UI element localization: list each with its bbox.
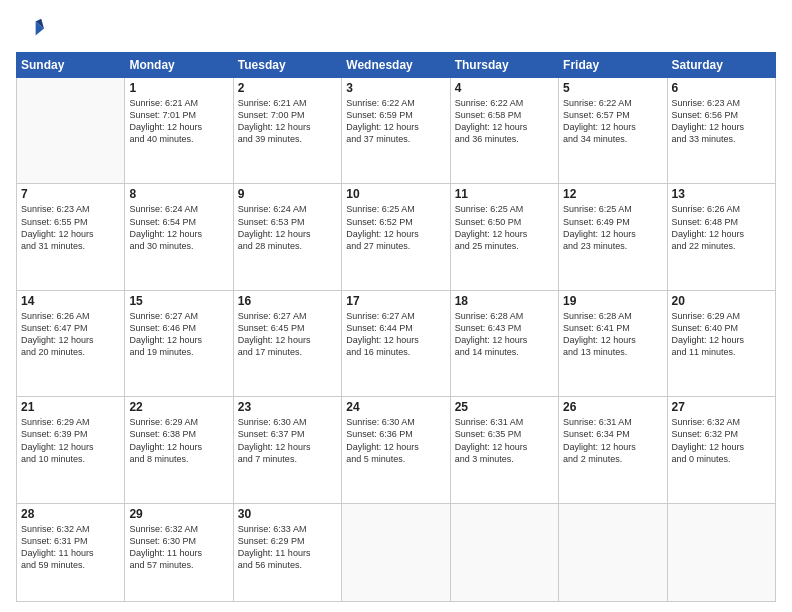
calendar-cell: 27Sunrise: 6:32 AM Sunset: 6:32 PM Dayli… <box>667 397 775 503</box>
calendar-cell: 26Sunrise: 6:31 AM Sunset: 6:34 PM Dayli… <box>559 397 667 503</box>
calendar-cell: 17Sunrise: 6:27 AM Sunset: 6:44 PM Dayli… <box>342 290 450 396</box>
day-number: 30 <box>238 507 337 521</box>
logo <box>16 16 48 44</box>
day-info: Sunrise: 6:21 AM Sunset: 7:00 PM Dayligh… <box>238 97 337 146</box>
calendar-cell: 12Sunrise: 6:25 AM Sunset: 6:49 PM Dayli… <box>559 184 667 290</box>
calendar-week-row: 28Sunrise: 6:32 AM Sunset: 6:31 PM Dayli… <box>17 503 776 601</box>
day-info: Sunrise: 6:22 AM Sunset: 6:58 PM Dayligh… <box>455 97 554 146</box>
day-info: Sunrise: 6:28 AM Sunset: 6:41 PM Dayligh… <box>563 310 662 359</box>
day-number: 14 <box>21 294 120 308</box>
day-info: Sunrise: 6:21 AM Sunset: 7:01 PM Dayligh… <box>129 97 228 146</box>
day-info: Sunrise: 6:25 AM Sunset: 6:49 PM Dayligh… <box>563 203 662 252</box>
day-info: Sunrise: 6:28 AM Sunset: 6:43 PM Dayligh… <box>455 310 554 359</box>
day-number: 21 <box>21 400 120 414</box>
calendar-cell: 28Sunrise: 6:32 AM Sunset: 6:31 PM Dayli… <box>17 503 125 601</box>
calendar-cell: 23Sunrise: 6:30 AM Sunset: 6:37 PM Dayli… <box>233 397 341 503</box>
calendar-week-row: 14Sunrise: 6:26 AM Sunset: 6:47 PM Dayli… <box>17 290 776 396</box>
day-info: Sunrise: 6:27 AM Sunset: 6:44 PM Dayligh… <box>346 310 445 359</box>
day-info: Sunrise: 6:30 AM Sunset: 6:36 PM Dayligh… <box>346 416 445 465</box>
calendar-cell <box>450 503 558 601</box>
day-number: 20 <box>672 294 771 308</box>
calendar-cell: 20Sunrise: 6:29 AM Sunset: 6:40 PM Dayli… <box>667 290 775 396</box>
calendar-cell: 24Sunrise: 6:30 AM Sunset: 6:36 PM Dayli… <box>342 397 450 503</box>
day-info: Sunrise: 6:32 AM Sunset: 6:31 PM Dayligh… <box>21 523 120 572</box>
day-of-week-header: Thursday <box>450 53 558 78</box>
day-number: 17 <box>346 294 445 308</box>
day-of-week-header: Sunday <box>17 53 125 78</box>
day-info: Sunrise: 6:29 AM Sunset: 6:39 PM Dayligh… <box>21 416 120 465</box>
calendar-cell: 5Sunrise: 6:22 AM Sunset: 6:57 PM Daylig… <box>559 78 667 184</box>
header <box>16 16 776 44</box>
calendar-cell: 9Sunrise: 6:24 AM Sunset: 6:53 PM Daylig… <box>233 184 341 290</box>
calendar-cell: 21Sunrise: 6:29 AM Sunset: 6:39 PM Dayli… <box>17 397 125 503</box>
day-number: 13 <box>672 187 771 201</box>
day-number: 2 <box>238 81 337 95</box>
day-info: Sunrise: 6:24 AM Sunset: 6:53 PM Dayligh… <box>238 203 337 252</box>
day-number: 7 <box>21 187 120 201</box>
calendar-cell: 14Sunrise: 6:26 AM Sunset: 6:47 PM Dayli… <box>17 290 125 396</box>
calendar-cell <box>667 503 775 601</box>
day-of-week-header: Wednesday <box>342 53 450 78</box>
calendar-cell: 30Sunrise: 6:33 AM Sunset: 6:29 PM Dayli… <box>233 503 341 601</box>
day-number: 12 <box>563 187 662 201</box>
calendar-cell: 4Sunrise: 6:22 AM Sunset: 6:58 PM Daylig… <box>450 78 558 184</box>
day-info: Sunrise: 6:25 AM Sunset: 6:50 PM Dayligh… <box>455 203 554 252</box>
day-number: 10 <box>346 187 445 201</box>
day-info: Sunrise: 6:23 AM Sunset: 6:56 PM Dayligh… <box>672 97 771 146</box>
day-number: 3 <box>346 81 445 95</box>
calendar-cell: 25Sunrise: 6:31 AM Sunset: 6:35 PM Dayli… <box>450 397 558 503</box>
day-number: 16 <box>238 294 337 308</box>
calendar-header-row: SundayMondayTuesdayWednesdayThursdayFrid… <box>17 53 776 78</box>
day-info: Sunrise: 6:25 AM Sunset: 6:52 PM Dayligh… <box>346 203 445 252</box>
day-number: 19 <box>563 294 662 308</box>
day-info: Sunrise: 6:26 AM Sunset: 6:48 PM Dayligh… <box>672 203 771 252</box>
day-number: 8 <box>129 187 228 201</box>
day-number: 25 <box>455 400 554 414</box>
day-info: Sunrise: 6:30 AM Sunset: 6:37 PM Dayligh… <box>238 416 337 465</box>
day-of-week-header: Tuesday <box>233 53 341 78</box>
day-number: 24 <box>346 400 445 414</box>
day-info: Sunrise: 6:29 AM Sunset: 6:40 PM Dayligh… <box>672 310 771 359</box>
calendar-week-row: 21Sunrise: 6:29 AM Sunset: 6:39 PM Dayli… <box>17 397 776 503</box>
calendar-cell: 11Sunrise: 6:25 AM Sunset: 6:50 PM Dayli… <box>450 184 558 290</box>
calendar-cell: 7Sunrise: 6:23 AM Sunset: 6:55 PM Daylig… <box>17 184 125 290</box>
day-number: 4 <box>455 81 554 95</box>
day-info: Sunrise: 6:31 AM Sunset: 6:34 PM Dayligh… <box>563 416 662 465</box>
calendar-cell: 2Sunrise: 6:21 AM Sunset: 7:00 PM Daylig… <box>233 78 341 184</box>
day-number: 27 <box>672 400 771 414</box>
calendar-week-row: 1Sunrise: 6:21 AM Sunset: 7:01 PM Daylig… <box>17 78 776 184</box>
day-info: Sunrise: 6:31 AM Sunset: 6:35 PM Dayligh… <box>455 416 554 465</box>
day-info: Sunrise: 6:27 AM Sunset: 6:45 PM Dayligh… <box>238 310 337 359</box>
calendar-cell: 15Sunrise: 6:27 AM Sunset: 6:46 PM Dayli… <box>125 290 233 396</box>
calendar-table: SundayMondayTuesdayWednesdayThursdayFrid… <box>16 52 776 602</box>
day-of-week-header: Saturday <box>667 53 775 78</box>
day-number: 23 <box>238 400 337 414</box>
day-number: 28 <box>21 507 120 521</box>
page: SundayMondayTuesdayWednesdayThursdayFrid… <box>0 0 792 612</box>
calendar-cell: 29Sunrise: 6:32 AM Sunset: 6:30 PM Dayli… <box>125 503 233 601</box>
day-number: 18 <box>455 294 554 308</box>
calendar-cell: 16Sunrise: 6:27 AM Sunset: 6:45 PM Dayli… <box>233 290 341 396</box>
calendar-cell: 3Sunrise: 6:22 AM Sunset: 6:59 PM Daylig… <box>342 78 450 184</box>
day-info: Sunrise: 6:22 AM Sunset: 6:59 PM Dayligh… <box>346 97 445 146</box>
day-number: 26 <box>563 400 662 414</box>
calendar-cell: 8Sunrise: 6:24 AM Sunset: 6:54 PM Daylig… <box>125 184 233 290</box>
calendar-cell: 13Sunrise: 6:26 AM Sunset: 6:48 PM Dayli… <box>667 184 775 290</box>
calendar-cell <box>17 78 125 184</box>
day-info: Sunrise: 6:29 AM Sunset: 6:38 PM Dayligh… <box>129 416 228 465</box>
day-number: 15 <box>129 294 228 308</box>
calendar-cell: 19Sunrise: 6:28 AM Sunset: 6:41 PM Dayli… <box>559 290 667 396</box>
calendar-cell: 6Sunrise: 6:23 AM Sunset: 6:56 PM Daylig… <box>667 78 775 184</box>
logo-icon <box>16 16 44 44</box>
calendar-cell: 22Sunrise: 6:29 AM Sunset: 6:38 PM Dayli… <box>125 397 233 503</box>
calendar-cell <box>559 503 667 601</box>
day-number: 5 <box>563 81 662 95</box>
day-info: Sunrise: 6:22 AM Sunset: 6:57 PM Dayligh… <box>563 97 662 146</box>
day-info: Sunrise: 6:33 AM Sunset: 6:29 PM Dayligh… <box>238 523 337 572</box>
day-info: Sunrise: 6:23 AM Sunset: 6:55 PM Dayligh… <box>21 203 120 252</box>
day-of-week-header: Monday <box>125 53 233 78</box>
calendar-cell: 1Sunrise: 6:21 AM Sunset: 7:01 PM Daylig… <box>125 78 233 184</box>
day-info: Sunrise: 6:26 AM Sunset: 6:47 PM Dayligh… <box>21 310 120 359</box>
day-info: Sunrise: 6:32 AM Sunset: 6:30 PM Dayligh… <box>129 523 228 572</box>
day-info: Sunrise: 6:27 AM Sunset: 6:46 PM Dayligh… <box>129 310 228 359</box>
